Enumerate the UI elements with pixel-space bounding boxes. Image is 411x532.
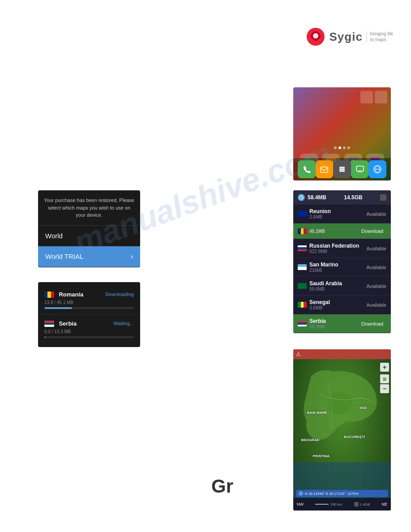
map-list-item-romania-dl[interactable]: 45.1MB Download <box>293 223 391 239</box>
flag-serbia-dl2 <box>298 321 307 326</box>
map-scale-text: 250 km <box>330 502 342 506</box>
map-size-russia: 622.9MB <box>309 249 359 254</box>
map-zoom-in-button[interactable]: + <box>380 363 389 372</box>
map-action-saudiarabia[interactable]: Available <box>367 283 386 289</box>
map-scale-line <box>315 504 329 505</box>
flag-serbia-dl <box>44 321 54 327</box>
map-zoom-text: 1275% <box>347 492 359 496</box>
map-zoom-out-button[interactable]: − <box>380 384 389 393</box>
svg-rect-21 <box>356 166 364 171</box>
map-list-item-senegal[interactable]: Senegal 3.6MB Available <box>293 296 391 314</box>
storage-sd-icon <box>380 194 386 201</box>
city-label-iasi: IAȘI <box>360 406 367 410</box>
flag-romania <box>44 292 54 298</box>
map-storage-text: 1.4GB <box>360 502 370 506</box>
city-label-baiamare: BAIA MARE <box>307 411 327 415</box>
map-size-serbia-dl: 18.3MB <box>309 324 326 329</box>
download-country-serbia: Serbia <box>59 320 77 327</box>
download-divider <box>38 314 140 315</box>
homescreen-icon-1 <box>360 91 373 103</box>
map-action-sanmarino[interactable]: Available <box>367 265 386 270</box>
map-action-senegal[interactable]: Available <box>367 302 386 308</box>
city-label-pristina: PRIŠTINA <box>313 454 330 458</box>
flag-senegal <box>298 302 307 308</box>
flag-saudiarabia <box>298 283 307 289</box>
storage-icon <box>298 194 305 201</box>
map-action-serbia-dl[interactable]: Download <box>358 320 386 328</box>
svg-point-15 <box>339 168 341 170</box>
map-zoom-controls[interactable]: + ⊞ − <box>380 363 389 393</box>
map-country-serbia-dl: Serbia <box>309 318 326 324</box>
map-country-sanmarino: San Marino <box>309 262 338 268</box>
page-dot-4 <box>347 146 350 149</box>
map-list-storage-info: 58.4MB <box>298 194 326 201</box>
map-list-item-russia[interactable]: Russian Federation 622.9MB Available <box>293 239 391 258</box>
map-option-world-trial[interactable]: World TRIAL › <box>38 246 140 267</box>
dock-icon-phone[interactable] <box>298 160 316 178</box>
map-list-item-sanmarino[interactable]: San Marino 216kB Available <box>293 258 391 277</box>
svg-point-17 <box>343 168 345 170</box>
dock-icon-mail[interactable] <box>316 160 334 178</box>
download-item-serbia: Serbia Waiting... 0.0 / 13.3 MB <box>38 316 140 343</box>
city-label-beograd: BEOGRAD <box>301 438 319 442</box>
map-size-senegal: 3.6MB <box>309 305 330 310</box>
download-status-serbia: Waiting... <box>114 321 134 326</box>
map-size-reunion: 2.6MB <box>309 215 331 219</box>
map-country-senegal: Senegal <box>309 299 330 305</box>
download-size-romania: 13.8 / 45.1 MB <box>44 300 134 305</box>
storage-total-text: 14.5GB <box>344 194 362 201</box>
svg-point-16 <box>341 168 343 170</box>
svg-point-13 <box>341 167 343 168</box>
map-action-romania-dl[interactable]: Download <box>358 227 386 235</box>
map-storage-info: 1.4GB <box>354 502 370 506</box>
map-bottom-bar: NW 250 km 1.4GB NE <box>293 498 391 511</box>
map-size-sanmarino: 216kB <box>309 268 338 273</box>
dock-icon-messages[interactable] <box>351 160 369 178</box>
map-grid-button[interactable]: ⊞ <box>380 374 389 383</box>
map-coords-bar: N 39.13546° E 26.17125° 1275% <box>296 490 388 497</box>
download-size-serbia: 0.0 / 13.3 MB <box>44 329 134 334</box>
map-action-russia[interactable]: Available <box>367 246 386 251</box>
dock-icon-apps[interactable] <box>333 160 351 178</box>
storage-used-text: 58.4MB <box>308 194 326 201</box>
map-coords-text: N 39.13546° E 26.17125° <box>305 492 346 496</box>
map-svg-overlay <box>293 349 391 511</box>
dock-icon-browser[interactable] <box>368 160 386 178</box>
map-list-item-serbia-dl[interactable]: Serbia 18.3MB Download <box>293 314 391 333</box>
map-storage-sd-icon <box>354 502 359 506</box>
svg-point-1 <box>313 33 318 39</box>
download-country-romania: Romania <box>59 291 83 298</box>
flag-sanmarino <box>298 264 307 270</box>
map-country-saudiarabia: Saudi Arabia <box>309 280 342 287</box>
download-panel: Romania Downloading 13.8 / 45.1 MB Serbi… <box>38 282 140 347</box>
map-list-item-saudiarabia[interactable]: Saudi Arabia 59.6MB Available <box>293 277 391 296</box>
download-item-romania: Romania Downloading 13.8 / 45.1 MB <box>38 287 140 313</box>
flag-russia <box>298 245 307 251</box>
map-view-panel: ⚠ + ⊞ − BAIA MARE IAȘI BEOGRAD BUCUREȘTI… <box>293 349 391 511</box>
map-action-reunion[interactable]: Available <box>367 211 386 217</box>
sygic-brand-name: Sygic <box>329 30 362 44</box>
map-coords-icon <box>299 491 303 496</box>
map-selection-panel: Your purchase has been restored. Please … <box>38 190 140 267</box>
page-dot-3 <box>343 146 346 149</box>
map-size-saudiarabia: 59.6MB <box>309 287 342 292</box>
svg-point-12 <box>339 167 341 168</box>
map-option-world[interactable]: World <box>38 226 140 246</box>
download-status-romania: Downloading <box>105 292 134 297</box>
svg-point-20 <box>343 170 345 172</box>
map-toolbar: ⚠ <box>293 349 391 359</box>
sygic-logo-icon <box>306 27 325 47</box>
map-list-header: 58.4MB 14.5GB <box>293 190 391 205</box>
homescreen-icon-2 <box>375 91 387 103</box>
logo-tagline: bringing life to maps <box>366 31 393 43</box>
city-label-bucuresti: BUCUREȘTI <box>344 435 365 439</box>
page-dot-2 <box>338 146 341 149</box>
svg-point-14 <box>343 167 345 168</box>
phone-screenshot-homescreen: O 🖼 ··· <box>293 87 391 180</box>
map-selection-header-text: Your purchase has been restored. Please … <box>38 190 140 226</box>
svg-rect-11 <box>321 167 328 172</box>
map-list-item-reunion[interactable]: Reunion 2.6MB Available <box>293 205 391 223</box>
download-progress-bar-romania <box>44 307 72 309</box>
map-scale: 250 km <box>315 502 342 506</box>
logo-area: Sygic bringing life to maps <box>306 27 393 47</box>
